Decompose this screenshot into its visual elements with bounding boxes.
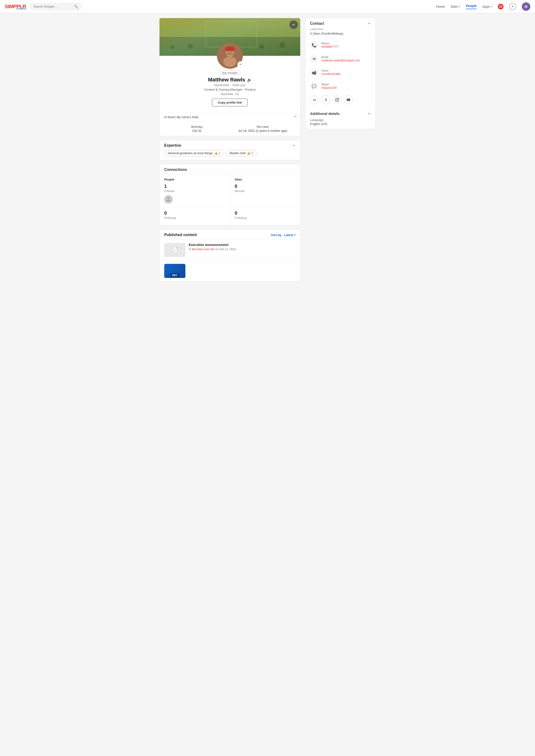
connections-top-row: People 1 Follower Sites 0 Member xyxy=(159,174,300,207)
published-header: Published content Sort by Latest ▾ xyxy=(159,229,300,239)
email-info: Email matthew.rawls@simpplr.com xyxy=(322,56,360,62)
zoom-info: Zoom 1Ho4fbXE985 xyxy=(322,69,340,76)
thumbs-up-icon: 👍 xyxy=(247,151,251,155)
copy-profile-link-button[interactable]: Copy profile link xyxy=(212,99,248,106)
birthday-item: Birthday Oct 31 xyxy=(164,125,230,132)
following-people-count: 0 xyxy=(164,210,225,216)
birthday-value: Oct 31 xyxy=(164,129,230,132)
pronounce-icon[interactable]: 🔊 xyxy=(247,78,252,82)
bio-text: Hi there! My name's Matt. xyxy=(164,115,199,119)
edit-expertise-button[interactable]: ✏ xyxy=(293,144,296,147)
left-column: ✏ xyxy=(159,18,300,281)
skype-label: Skype xyxy=(322,83,337,86)
edit-additional-button[interactable]: ✏ xyxy=(368,112,371,116)
nav-people[interactable]: People xyxy=(466,4,477,9)
svg-rect-12 xyxy=(226,46,234,50)
edit-avatar-button[interactable]: ✏ xyxy=(238,61,244,68)
language-row: Language English (US) xyxy=(305,117,376,129)
search-bar[interactable]: Search Simpplr... 🔍 xyxy=(30,3,82,10)
skype-value[interactable]: Skype1234 xyxy=(322,86,337,89)
sort-by-control[interactable]: Sort by Latest ▾ xyxy=(271,233,296,237)
edit-contact-button[interactable]: ✏ xyxy=(368,22,371,25)
contact-card: Contact ✏ Local time 5:19am (Pacific/Mid… xyxy=(305,18,376,129)
document-icon: 📄 xyxy=(172,247,178,253)
linkedin-icon[interactable]: in xyxy=(310,95,319,104)
navbar: SIMPPLR Search Simpplr... 🔍 Home Sites ▾… xyxy=(0,0,535,13)
email-icon: ✉ xyxy=(310,55,318,63)
logo[interactable]: SIMPPLR xyxy=(5,4,26,10)
published-content-card: Published content Sort by Latest ▾ 📄 Exe… xyxy=(159,229,300,281)
expertise-tag-0[interactable]: General goodness at most things 👍 1 xyxy=(164,150,223,156)
following-people-col: 0 Following xyxy=(159,207,230,225)
email-item: ✉ Email matthew.rawls@simpplr.com xyxy=(305,52,376,66)
following-sites-label: Following xyxy=(235,216,296,219)
expertise-card: Expertise ✏ General goodness at most thi… xyxy=(159,140,300,160)
following-sites-count: 0 xyxy=(235,210,296,216)
phone-info: Phone 5558887777 xyxy=(322,42,338,48)
sort-by-label: Sort by xyxy=(271,233,281,237)
svg-rect-16 xyxy=(335,98,339,102)
content-thumb-0: 📄 xyxy=(164,243,185,257)
sites-col-label: Sites xyxy=(235,178,296,181)
notification-badge[interactable]: 22 xyxy=(498,4,503,10)
email-label: Email xyxy=(322,56,360,58)
zoom-value[interactable]: 1Ho4fbXE985 xyxy=(322,72,340,76)
connections-card: Connections People 1 Follower Sites 0 Me… xyxy=(159,164,300,225)
svg-point-9 xyxy=(223,56,237,67)
zoom-icon: 📹 xyxy=(310,69,318,76)
phone-value[interactable]: 5558887777 xyxy=(322,45,338,48)
contact-title: Contact xyxy=(310,21,324,26)
expertise-tag-1[interactable]: Master chef 👍 2 xyxy=(226,150,256,156)
search-input[interactable]: Search Simpplr... xyxy=(33,5,73,8)
tag-label-1: Master chef xyxy=(229,151,245,155)
nav-sites[interactable]: Sites ▾ xyxy=(451,5,460,9)
content-meta-prefix-0: In xyxy=(189,247,191,251)
content-site-link-0[interactable]: Brendans test site xyxy=(192,247,214,251)
profile-name-area: App manager Matthew Rawls 🔊 He/Him/His ·… xyxy=(159,71,300,112)
content-info-0: Executive announcement In Brendans test … xyxy=(189,243,296,251)
social-icons-row: in 𝕏 xyxy=(305,93,376,108)
content-title-0[interactable]: Executive announcement xyxy=(189,243,296,247)
right-column: Contact ✏ Local time 5:19am (Pacific/Mid… xyxy=(305,18,376,281)
job-title: Content & Training Manager · Product xyxy=(164,88,296,91)
like-badge-0[interactable]: 👍 1 xyxy=(214,151,220,155)
follower-avatar[interactable] xyxy=(164,195,173,204)
tag-label-0: General goodness at most things xyxy=(168,151,213,155)
instagram-icon[interactable] xyxy=(333,95,342,104)
hire-date-value: Jul 19, 2021 (2 years 6 months ago) xyxy=(230,129,296,132)
follower-label: Follower xyxy=(164,189,225,193)
skype-icon: 💬 xyxy=(310,82,318,90)
edit-banner-button[interactable]: ✏ xyxy=(289,20,298,29)
edit-bio-button[interactable]: ✏ xyxy=(294,115,297,118)
youtube-icon[interactable] xyxy=(344,95,353,104)
avatar[interactable]: M xyxy=(522,2,530,11)
sites-col: Sites 0 Member xyxy=(230,174,300,207)
local-time-value: 5:19am (Pacific/Midway) xyxy=(305,32,376,38)
twitter-x-icon[interactable]: 𝕏 xyxy=(322,95,330,104)
profile-name: Matthew Rawls 🔊 xyxy=(164,77,296,83)
bio-section: Hi there! My name's Matt. ✏ xyxy=(159,112,300,122)
email-value[interactable]: matthew.rawls@simpplr.com xyxy=(322,59,360,62)
thumbs-up-icon: 👍 xyxy=(214,151,218,155)
connections-bottom-row: 0 Following 0 Following xyxy=(159,207,300,225)
like-badge-1[interactable]: 👍 2 xyxy=(247,151,253,155)
phone-label: Phone xyxy=(322,42,338,45)
additional-details-header: Additional details ✏ xyxy=(305,108,376,117)
sort-by-value: Latest xyxy=(284,233,293,237)
hire-date-label: Hire date xyxy=(230,125,296,129)
local-time-label: Local time xyxy=(305,28,376,32)
sites-member-count: 0 xyxy=(235,184,296,189)
zoom-item: 📹 Zoom 1Ho4fbXE985 xyxy=(305,66,376,79)
people-col-label: People xyxy=(164,178,225,181)
location: Nashville, TN xyxy=(164,92,296,96)
nav-links: Home Sites ▾ People Apps ▾ 22 + M xyxy=(436,2,530,11)
main-layout: ✏ xyxy=(155,13,380,286)
svg-point-18 xyxy=(338,99,338,99)
app-manager-badge: App manager xyxy=(219,71,240,75)
nav-apps[interactable]: Apps ▾ xyxy=(482,5,492,9)
people-col: People 1 Follower xyxy=(159,174,230,207)
add-button[interactable]: + xyxy=(509,3,516,10)
person-icon xyxy=(166,197,171,202)
nav-home[interactable]: Home xyxy=(436,5,445,9)
like-count-0: 1 xyxy=(218,152,220,155)
